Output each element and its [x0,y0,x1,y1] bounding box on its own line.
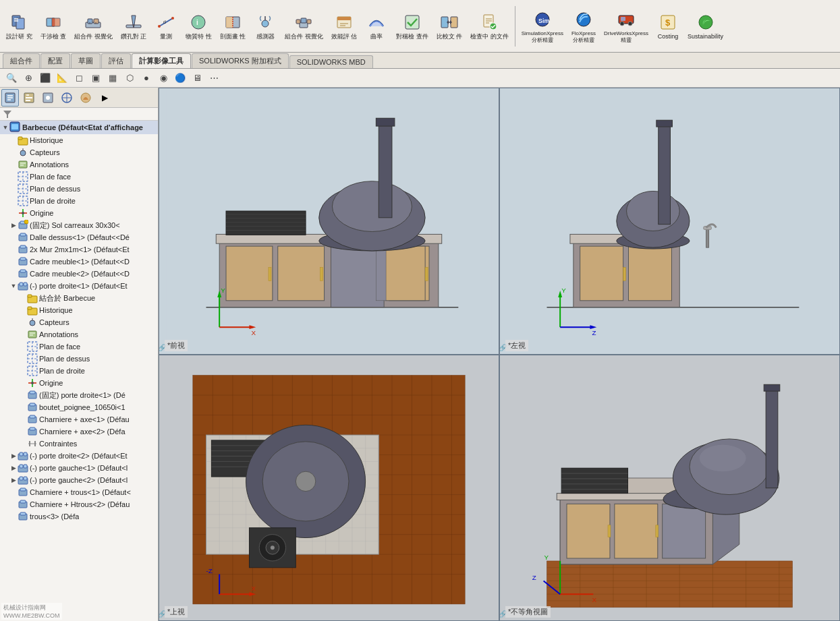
toolbar-checkdoc[interactable]: 檢查中 的文件 [467,3,512,50]
toolbar-assembly-vis[interactable]: 組合件 視覺化 [71,3,116,50]
item-label-dalle: Dalle dessus<1> (Défaut<<Dé [30,233,130,241]
svg-text:Sim: Sim [538,18,550,24]
tree-item-sol[interactable]: ▶!(固定) Sol carreaux 30x30< [0,219,158,231]
svg-text:Y: Y [561,287,566,294]
toolbar-drill-align[interactable]: 鑽孔對 正 [117,3,150,50]
toolbar-costing[interactable]: $ Costing [653,3,683,50]
sb-featuretree-btn[interactable] [1,89,19,107]
expand-arrow-sol: ▶ [9,222,18,229]
tree-item-dalle[interactable]: Dalle dessus<1> (Défaut<<Dé [0,231,158,243]
svg-rect-300 [608,525,611,537]
tree-item-charniere-trous1[interactable]: Charniere + trous<1> (Défaut< [0,486,158,498]
svg-rect-277 [547,560,793,607]
tab-solidworks-addon[interactable]: SOLIDWORKS 附加程式 [192,53,289,68]
tree-item-plan-droite1[interactable]: Plan de droite [0,195,158,207]
simxpress-icon: Sim [532,9,553,30]
sb-propmanager-btn[interactable] [20,89,38,107]
tree-item-porte-droite-fixed[interactable]: (固定) porte droite<1> (Dé [0,389,158,401]
tree-item-boutet[interactable]: boutet_poignee_10650i<1 [0,401,158,413]
tree-item-trous3[interactable]: trous<3> (Défa [0,510,158,523]
sb-appearance-btn[interactable] [77,89,94,107]
view-box-btn[interactable]: ⬛ [38,71,53,86]
driveworks-label: DriveWorksXpress精靈 [604,30,648,43]
toolbar-design-study[interactable]: 設計研 究 [3,3,36,50]
tab-calc-image[interactable]: 計算影像工具 [132,53,191,68]
tree-item-plan-face2[interactable]: Plan de face [0,341,158,353]
view-line-btn[interactable]: 📐 [55,71,69,86]
tree-item-cadre2[interactable]: Cadre meuble<2> (Défaut<<D [0,268,158,280]
tree-item-porte-droite1[interactable]: ▼(-) porte droite<1> (Défaut<Et [0,280,158,292]
tree-item-plan-face1[interactable]: Plan de face [0,171,158,183]
tree-item-annotations1[interactable]: Annotations [0,158,158,171]
view-search-btn[interactable]: 🔍 [4,71,19,86]
toolbar-compare[interactable]: 比較文 件 [433,3,466,50]
tab-assembly[interactable]: 組合件 [3,53,40,68]
tree-item-historique1[interactable]: Historique [0,134,158,146]
toolbar-measure[interactable]: d 量測 [151,3,181,50]
tree-item-porte-droite2[interactable]: ▶(-) porte droite<2> (Défaut<Et [0,450,158,462]
tab-sketch[interactable]: 草圖 [71,53,101,68]
view-light-btn[interactable]: ◉ [156,71,171,86]
viewport-left[interactable]: Y Z 🔗 *左視 [499,88,840,355]
tab-config[interactable]: 配置 [40,53,70,68]
toolbar-eval[interactable]: 效能評 估 [328,3,361,50]
toolbar-floxpress[interactable]: FloXpress分析精靈 [568,3,599,50]
tree-item-plan-dessus1[interactable]: Plan de dessus [0,183,158,195]
toolbar-interference[interactable]: 干涉檢 查 [37,3,70,50]
tree-item-contraintes[interactable]: Contraintes [0,438,158,450]
tree-item-charniere-trous2[interactable]: Charniere + Htrous<2> (Défau [0,498,158,510]
view-select-btn[interactable]: ⊕ [21,71,36,86]
tab-solidworks-mbd[interactable]: SOLIDWORKS MBD [289,55,373,68]
tree-item-plan-droite2[interactable]: Plan de droite [0,365,158,377]
tree-item-origine1[interactable]: Origine [0,207,158,219]
toolbar-properties[interactable]: i 物質特 性 [182,3,215,50]
tree-item-capteurs2[interactable]: Capteurs [0,316,158,328]
view-face-btn[interactable]: ▦ [105,71,120,86]
tree-item-plan-dessus2[interactable]: Plan de dessus [0,353,158,365]
tree-item-porte-gauche1[interactable]: ▶(-) porte gauche<1> (Défaut<l [0,462,158,474]
toolbar-sensor[interactable]: 感測器 [250,3,280,50]
tree-item-historique2[interactable]: Historique [0,304,158,316]
sb-snap-btn[interactable] [58,89,76,107]
toolbar-driveworks[interactable]: DriveWorksXpress精靈 [600,3,652,50]
item-icon-porte-droite1 [18,280,28,291]
viewport-front[interactable]: Y X 🔗 *前視 [159,88,499,355]
view-hidden-btn[interactable]: ⬡ [122,71,137,86]
tab-evaluate[interactable]: 評估 [101,53,131,68]
sb-config-btn[interactable] [39,89,57,107]
item-label-contraintes: Contraintes [39,440,77,448]
viewport-top[interactable]: X -Z 🔗 *上視 [159,355,499,622]
tree-item-charniere2[interactable]: Charniere + axe<2> (Défa [0,425,158,438]
sb-expand-btn[interactable]: ▶ [96,89,113,107]
tree-item-porte-gauche2[interactable]: ▶(-) porte gauche<2> (Défaut<l [0,474,158,486]
toolbar-section[interactable]: 剖面畫 性 [217,3,250,50]
toolbar-check[interactable]: 對稱檢 查件 [393,3,432,50]
view-iso-btn[interactable]: ▣ [88,71,103,86]
view-monitor-btn[interactable]: 🖥 [190,71,204,86]
tree-root[interactable]: ▼ Barbecue (Défaut<Etat d'affichage [0,121,158,134]
tree-item-annotations2[interactable]: Annotations [0,328,158,341]
item-label-capteurs2: Capteurs [39,318,69,326]
tree-item-origine2[interactable]: Origine [0,377,158,389]
toolbar-simxpress[interactable]: Sim SimulationXpress分析精靈 [518,3,567,50]
item-label-porte-gauche2: (-) porte gauche<2> (Défaut<l [30,476,128,484]
view-shade-btn[interactable]: ● [139,71,154,86]
item-label-cadre2: Cadre meuble<2> (Défaut<<D [30,270,130,278]
tree-item-mur[interactable]: 2x Mur 2mx1m<1> (Défaut<Et [0,243,158,256]
toolbar-sustainability[interactable]: Sustainability [684,3,727,50]
svg-point-270 [271,545,275,550]
item-icon-historique1 [18,135,28,146]
drill-align-label: 鑽孔對 正 [121,33,147,40]
view-more-btn[interactable]: ⋯ [206,71,221,86]
toolbar-curvature[interactable]: 曲率 [362,3,391,50]
viewport-iso[interactable]: Y X Z 🔗 *不等角視圖 [499,355,840,622]
tree-item-capteurs1[interactable]: Capteurs [0,146,158,158]
main-layout: ▶ ▼ Barbecue (Défaut<Etat d'affichage Hi… [0,88,840,621]
tree-item-cadre1[interactable]: Cadre meuble<1> (Défaut<<D [0,256,158,268]
toolbar-explode[interactable]: 組合件 視覺化 [281,3,327,50]
svg-point-266 [296,471,316,492]
tree-item-charniere1[interactable]: Charniere + axe<1> (Défau [0,413,158,425]
view-color-btn[interactable]: 🔵 [173,71,188,86]
view-3d-btn[interactable]: ◻ [72,71,86,86]
tree-item-rattache[interactable]: 結合於 Barbecue [0,292,158,304]
